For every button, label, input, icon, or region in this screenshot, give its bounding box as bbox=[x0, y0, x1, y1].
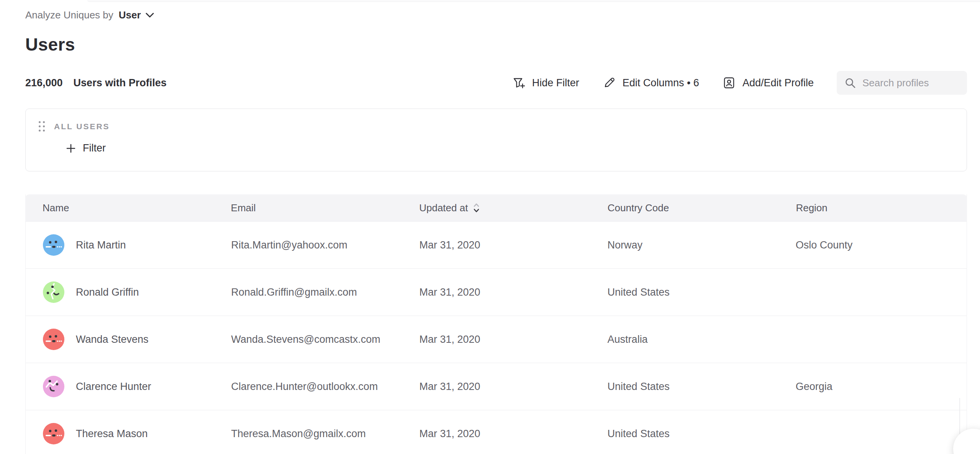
country-cell: United States bbox=[590, 381, 778, 393]
updated-at-cell: Mar 31, 2020 bbox=[402, 286, 590, 298]
avatar bbox=[43, 376, 64, 397]
table-row[interactable]: Rita Martin Rita.Martin@yahoox.com Mar 3… bbox=[26, 221, 967, 268]
country-cell: Norway bbox=[590, 239, 778, 251]
search-icon bbox=[844, 77, 856, 89]
user-count-label: Users with Profiles bbox=[74, 77, 167, 89]
country-cell: Australia bbox=[590, 334, 778, 345]
pencil-icon bbox=[602, 76, 616, 90]
user-name: Theresa Mason bbox=[76, 428, 148, 440]
updated-at-cell: Mar 31, 2020 bbox=[402, 381, 590, 393]
updated-at-cell: Mar 31, 2020 bbox=[402, 239, 590, 251]
toolbar: Hide Filter Edit Columns • 6 Add/Edit Pr… bbox=[512, 71, 967, 95]
profile-card-icon bbox=[722, 76, 736, 90]
table-header-row: Name Email Updated at Country Code Regio… bbox=[25, 194, 967, 221]
avatar bbox=[43, 423, 64, 444]
sort-desc-icon bbox=[473, 202, 480, 213]
user-count-group: 216,000 Users with Profiles bbox=[25, 77, 167, 89]
table-row[interactable]: Clarence Hunter Clarence.Hunter@outlookx… bbox=[26, 363, 967, 410]
email-cell: Theresa.Mason@gmailx.com bbox=[214, 428, 402, 440]
name-cell: Rita Martin bbox=[26, 234, 214, 256]
updated-at-cell: Mar 31, 2020 bbox=[402, 334, 590, 345]
country-cell: United States bbox=[590, 428, 778, 440]
edit-columns-label: Edit Columns • 6 bbox=[623, 77, 699, 89]
email-cell: Ronald.Griffin@gmailx.com bbox=[214, 286, 402, 298]
analyze-uniques-value: User bbox=[119, 9, 141, 21]
users-table: Name Email Updated at Country Code Regio… bbox=[25, 194, 967, 454]
hide-filter-label: Hide Filter bbox=[532, 77, 579, 89]
column-header-updated-at[interactable]: Updated at bbox=[402, 202, 590, 214]
filter-group-label: ALL USERS bbox=[54, 122, 110, 131]
add-edit-profile-button[interactable]: Add/Edit Profile bbox=[722, 76, 814, 90]
table-row[interactable]: Ronald Griffin Ronald.Griffin@gmailx.com… bbox=[26, 268, 967, 316]
email-cell: Wanda.Stevens@comcastx.com bbox=[214, 334, 402, 345]
analyze-uniques-dropdown[interactable]: User bbox=[119, 9, 154, 21]
name-cell: Wanda Stevens bbox=[26, 329, 214, 350]
region-cell: Oslo County bbox=[778, 239, 967, 251]
region-cell: Georgia bbox=[778, 381, 967, 393]
email-cell: Rita.Martin@yahoox.com bbox=[214, 239, 402, 251]
email-cell: Clarence.Hunter@outlookx.com bbox=[214, 381, 402, 393]
edit-columns-button[interactable]: Edit Columns • 6 bbox=[602, 76, 699, 90]
column-header-country-code[interactable]: Country Code bbox=[590, 202, 779, 214]
avatar bbox=[43, 281, 64, 303]
top-panel-edge bbox=[87, 0, 980, 2]
search-box[interactable] bbox=[837, 71, 967, 95]
user-name: Ronald Griffin bbox=[76, 286, 139, 298]
stats-toolbar-row: 216,000 Users with Profiles Hide Filter … bbox=[25, 71, 967, 95]
country-cell: United States bbox=[590, 286, 778, 298]
updated-at-cell: Mar 31, 2020 bbox=[402, 428, 590, 440]
analyze-uniques-label: Analyze Uniques by bbox=[25, 9, 113, 21]
user-name: Wanda Stevens bbox=[76, 334, 149, 345]
funnel-plus-icon bbox=[512, 76, 526, 90]
user-name: Rita Martin bbox=[76, 239, 126, 251]
table-row[interactable]: Theresa Mason Theresa.Mason@gmailx.com M… bbox=[26, 410, 967, 454]
drag-handle-icon[interactable] bbox=[39, 121, 45, 132]
add-filter-label: Filter bbox=[83, 142, 106, 154]
name-cell: Ronald Griffin bbox=[26, 281, 214, 303]
avatar bbox=[43, 234, 64, 256]
column-header-region[interactable]: Region bbox=[778, 202, 967, 214]
name-cell: Clarence Hunter bbox=[26, 376, 214, 397]
user-name: Clarence Hunter bbox=[76, 381, 151, 393]
avatar bbox=[43, 329, 64, 350]
analyze-uniques-row: Analyze Uniques by User bbox=[25, 0, 967, 21]
name-cell: Theresa Mason bbox=[26, 423, 214, 444]
plus-icon bbox=[66, 143, 76, 154]
page-title: Users bbox=[25, 34, 967, 55]
hide-filter-button[interactable]: Hide Filter bbox=[512, 76, 579, 90]
filter-group-header: ALL USERS bbox=[39, 121, 967, 132]
column-header-name[interactable]: Name bbox=[25, 202, 214, 214]
chevron-down-icon bbox=[146, 13, 154, 18]
user-count: 216,000 bbox=[25, 77, 63, 89]
users-page: Analyze Uniques by User Users 216,000 Us… bbox=[0, 0, 980, 454]
add-edit-profile-label: Add/Edit Profile bbox=[742, 77, 814, 89]
column-header-email[interactable]: Email bbox=[214, 202, 402, 214]
table-row[interactable]: Wanda Stevens Wanda.Stevens@comcastx.com… bbox=[26, 316, 967, 363]
search-profiles-input[interactable] bbox=[862, 77, 959, 89]
filter-panel: ALL USERS Filter bbox=[25, 109, 967, 171]
add-filter-button[interactable]: Filter bbox=[66, 142, 967, 154]
